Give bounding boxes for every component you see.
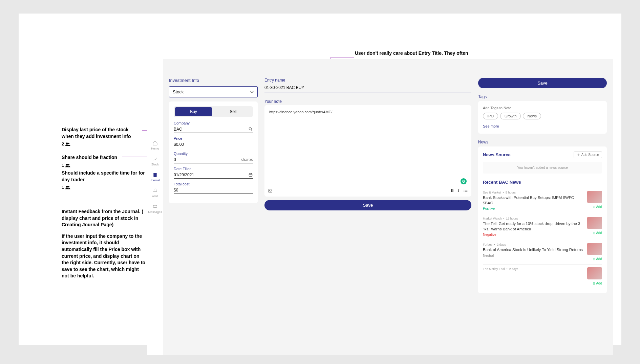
note-panel: Entry name Your note https://finance.yah… [264,78,471,355]
home-icon [152,140,158,146]
news-sentiment: Positive [483,207,584,210]
annotation-time: Should include a specific time for for d… [62,170,148,191]
svg-point-2 [66,143,68,144]
entry-label: Entry name [264,78,471,83]
svg-point-22 [464,191,464,192]
nav-alert[interactable]: Alert [152,188,158,198]
nav-messages-label: Messages [148,210,162,214]
chevron-down-icon [250,90,254,94]
calendar-icon[interactable] [248,173,253,177]
quantity-input[interactable] [174,156,239,163]
news-thumbnail [587,217,602,229]
news-meta: Market Watch • 12 hours [483,217,584,220]
price-label: Price [174,136,253,140]
add-tags-label: Add Tags to Note [483,106,602,110]
news-add-button[interactable]: ⊕ Add [593,231,602,235]
news-sentiment: Neutral [483,254,584,257]
nav-journal[interactable]: Journal [150,172,160,182]
journal-icon [152,172,158,178]
entry-name-input[interactable] [264,84,471,92]
news-add-button[interactable]: ⊕ Add [593,257,602,261]
note-editor[interactable]: https://finance.yahoo.com/quote/AMC/ G B… [264,105,471,197]
buy-sell-toggle: Buy Sell [174,106,253,117]
svg-point-16 [249,128,251,130]
news-source-heading: News Source [483,152,511,157]
total-input[interactable] [174,187,253,194]
tag-chip[interactable]: Growth [500,113,521,119]
annotation-instant-feedback: Instant Feedback from the Journal. ( dis… [62,208,146,279]
svg-rect-18 [269,189,272,192]
news-meta: Forbes • 2 days [483,243,584,246]
sell-button[interactable]: Sell [214,107,252,116]
nav-messages[interactable]: Messages [148,204,162,214]
nav-alert-label: Alert [152,195,158,198]
bell-icon [152,188,158,194]
see-more-link[interactable]: See more [483,124,499,128]
news-add-button[interactable]: ⊕ Add [593,281,602,285]
news-meta: The Motley Fool • 2 days [483,267,584,271]
image-icon[interactable] [268,188,273,193]
news-add-button[interactable]: ⊕ Add [593,205,602,209]
news-thumbnail [587,267,602,279]
annotation-fraction: Share should be fraction 1 [62,154,141,168]
svg-rect-17 [249,174,252,177]
company-input[interactable] [174,126,246,133]
news-card: News Source Add Source You haven't added… [478,146,607,293]
search-icon[interactable] [248,127,253,132]
note-save-button[interactable]: Save [264,200,471,210]
news-item[interactable]: Forbes • 2 daysBank of America Stock Is … [483,240,602,265]
svg-rect-14 [153,173,156,177]
news-item[interactable]: The Motley Fool • 2 days⊕ Add [483,265,602,289]
total-label: Total cost [174,182,253,186]
grammarly-icon: G [461,178,467,184]
tags-section-label: Tags [478,94,607,99]
news-item[interactable]: See It Market • 5 hoursBank Stocks with … [483,188,602,214]
plus-icon [577,153,580,157]
svg-point-7 [68,186,69,187]
investment-heading: Investment Info [169,78,258,83]
investment-panel: Investment Info Stock Buy Sell Company [169,78,258,355]
nav-home[interactable]: Home [151,140,159,150]
add-source-button[interactable]: Add Source [574,151,602,158]
news-meta: See It Market • 5 hours [483,191,584,194]
nav-rail: Home Stock Journal Alert Messages [147,59,163,355]
news-section-label: News [478,140,607,144]
nav-stock[interactable]: Stock [151,156,159,166]
nav-stock-label: Stock [151,163,159,166]
note-body: https://finance.yahoo.com/quote/AMC/ [269,110,467,114]
news-thumbnail [587,191,602,203]
news-empty-state: You haven't added a news source [483,162,602,174]
investment-type-value: Stock [173,89,184,94]
price-input[interactable] [174,141,253,148]
news-thumbnail [587,243,602,255]
investment-type-select[interactable]: Stock [169,86,258,97]
tag-chip[interactable]: IPO [483,113,498,119]
news-title: Bank of America Stock Is Unlikely To Yie… [483,247,584,253]
svg-point-5 [68,164,69,165]
svg-rect-15 [153,205,157,208]
svg-point-3 [68,143,69,144]
your-note-label: Your note [264,99,471,104]
date-input[interactable] [174,172,246,178]
date-label: Date Filled [174,167,253,171]
company-label: Company [174,121,253,125]
italic-button[interactable]: I [458,188,459,194]
list-button[interactable] [463,188,468,194]
bold-button[interactable]: B [451,188,454,194]
quantity-label: Quantity [174,152,253,156]
nav-journal-label: Journal [150,179,160,182]
chart-icon [152,156,158,162]
annotation-last-price: Display last price of the stock when the… [62,127,141,147]
recent-news-heading: Recent BAC News [483,180,602,185]
svg-point-6 [66,186,68,188]
buy-button[interactable]: Buy [175,107,212,116]
tag-chip[interactable]: News [523,113,541,119]
top-save-button[interactable]: Save [478,78,607,88]
message-icon [152,204,158,209]
svg-point-4 [66,164,68,165]
svg-point-20 [464,189,464,189]
right-panel: Save Tags Add Tags to Note IPOGrowthNews… [478,78,607,355]
news-title: Bank Stocks with Potential Buy Setups: $… [483,195,584,206]
nav-home-label: Home [151,147,159,150]
news-item[interactable]: Market Watch • 12 hoursThe Tell: Get rea… [483,214,602,240]
